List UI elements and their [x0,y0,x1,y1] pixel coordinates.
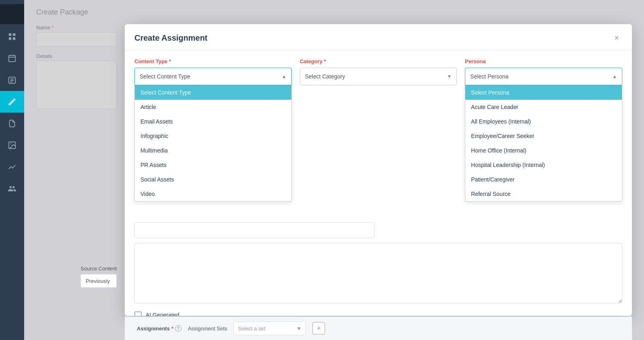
main-content: Create Package Name * Details Create Ass… [24,0,644,340]
modal-title: Create Assignment [134,33,208,43]
ai-generated-label: AI Generated [146,312,179,316]
content-type-field: Content Type * Select Content Type ▲ Sel… [134,58,292,85]
assignments-help-icon[interactable]: ? [175,325,182,332]
lower-fields [134,222,622,305]
svg-rect-0 [9,33,11,36]
content-type-option-pr[interactable]: PR Assets [135,158,291,172]
sidebar-item-people[interactable] [0,178,24,200]
assignment-sets-select[interactable]: Select a set ▼ [233,321,306,335]
assignment-sets-arrow-icon: ▼ [296,326,301,332]
content-type-option-article[interactable]: Article [135,100,291,114]
ai-generated-row: AI Generated [134,311,622,316]
svg-rect-1 [13,33,15,36]
fields-row: Content Type * Select Content Type ▲ Sel… [134,58,622,85]
source-content-label: Source Content [80,266,117,272]
description-textarea[interactable] [134,243,622,303]
persona-label: Persona [465,58,622,64]
assignment-sets-placeholder: Select a set [238,326,265,332]
source-content-section: Source Content Previously [80,266,117,288]
persona-field: Persona Select Persona ▲ Select Persona … [465,58,622,85]
svg-rect-2 [9,37,11,40]
svg-point-13 [10,143,11,144]
content-type-option-video[interactable]: Video [135,187,291,201]
category-select[interactable]: Select Category ▼ [300,68,457,85]
category-field: Category * Select Category ▼ [300,58,457,85]
persona-select[interactable]: Select Persona ▲ [465,68,622,85]
content-type-dropdown: Select Content Type Article Email Assets… [134,85,292,202]
persona-option-employees[interactable]: All Employees (Internal) [465,114,622,129]
sidebar-item-schedule[interactable] [0,69,24,91]
content-type-option-default[interactable]: Select Content Type [135,85,291,100]
svg-rect-3 [13,37,15,40]
modal-header: Create Assignment × [125,24,632,50]
persona-option-referral[interactable]: Referral Source [465,187,622,201]
sidebar-item-documents[interactable] [0,113,24,134]
persona-option-acute[interactable]: Acute Care Leader [465,100,622,114]
sidebar-item-edit[interactable] [0,91,24,113]
content-type-option-multimedia[interactable]: Multimedia [135,143,291,158]
svg-rect-4 [9,56,16,62]
sidebar-item-dashboard[interactable] [0,26,24,47]
persona-dropdown: Select Persona Acute Care Leader All Emp… [465,85,622,202]
title-row [134,222,622,238]
content-type-value: Select Content Type [140,73,190,80]
persona-arrow-icon: ▲ [612,74,617,79]
assignments-label: Assignments * ? [137,325,182,332]
sidebar-item-calendar[interactable] [0,47,24,69]
previously-button[interactable]: Previously [80,274,117,288]
content-type-label: Content Type * [134,58,292,64]
content-type-option-email[interactable]: Email Assets [135,114,291,129]
content-type-arrow-icon: ▲ [282,74,287,79]
add-assignment-button[interactable]: + [312,322,325,335]
title-input[interactable] [134,222,374,238]
modal-close-button[interactable]: × [611,32,622,43]
persona-option-default[interactable]: Select Persona [465,85,622,100]
assignment-sets-label: Assignment Sets [188,326,227,332]
persona-option-hospital[interactable]: Hospital Leadership (Internal) [465,158,622,172]
ai-generated-checkbox[interactable] [134,311,142,316]
create-assignment-modal: Create Assignment × Content Type * Selec… [125,24,632,316]
content-type-option-infographic[interactable]: Infographic [135,129,291,143]
modal-body: Content Type * Select Content Type ▲ Sel… [125,50,632,316]
category-label: Category * [300,58,457,64]
sidebar-item-images[interactable] [0,134,24,156]
persona-value: Select Persona [470,73,508,80]
assignments-section: Assignments * ? Assignment Sets Select a… [137,321,620,335]
category-arrow-icon: ▼ [447,74,452,79]
persona-option-patient[interactable]: Patient/Caregiver [465,172,622,187]
persona-option-home[interactable]: Home Office (Internal) [465,143,622,158]
content-type-option-social[interactable]: Social Assets [135,172,291,187]
bottom-bar: Assignments * ? Assignment Sets Select a… [125,317,632,340]
sidebar-logo [0,4,24,24]
sidebar-item-analytics[interactable] [0,156,24,178]
persona-option-career[interactable]: Employee/Career Seeker [465,129,622,143]
category-value: Select Category [305,73,345,80]
content-type-select[interactable]: Select Content Type ▲ [134,68,292,85]
sidebar [0,0,24,340]
